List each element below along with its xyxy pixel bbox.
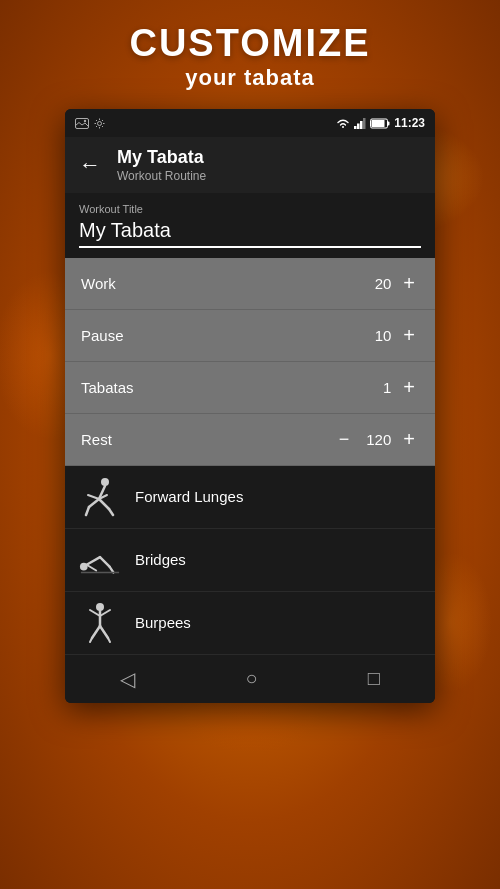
svg-line-22 xyxy=(87,564,97,570)
svg-line-29 xyxy=(90,638,92,642)
nav-back-button[interactable]: ◁ xyxy=(100,659,155,699)
exercise-icon-bridges xyxy=(79,539,121,581)
hero-title: CUSTOMIZE xyxy=(0,22,500,65)
setting-tabatas-label: Tabatas xyxy=(81,379,134,396)
hero-subtitle: your tabata xyxy=(0,65,500,91)
setting-pause-plus[interactable]: + xyxy=(399,324,419,347)
app-bar-subtitle: Workout Routine xyxy=(117,169,206,183)
exercise-icon-forward-lunges xyxy=(79,476,121,518)
status-left-icons xyxy=(75,118,105,129)
setting-rest-controls: − 120 + xyxy=(335,428,419,451)
svg-rect-8 xyxy=(372,120,385,127)
workout-title-input[interactable] xyxy=(79,219,421,248)
exercise-section: Forward Lunges xyxy=(65,466,435,655)
svg-rect-4 xyxy=(357,123,360,129)
svg-rect-3 xyxy=(354,126,357,129)
gear-icon xyxy=(94,118,105,129)
svg-line-31 xyxy=(108,638,110,642)
svg-line-16 xyxy=(88,495,99,499)
setting-row-pause: Pause 10 + xyxy=(65,310,435,362)
setting-rest-value: 120 xyxy=(361,431,391,448)
photo-icon xyxy=(75,118,89,129)
setting-row-rest: Rest − 120 + xyxy=(65,414,435,466)
back-button[interactable]: ← xyxy=(79,152,101,178)
svg-line-26 xyxy=(90,610,100,616)
svg-point-2 xyxy=(98,121,102,125)
settings-section: Work 20 + Pause 10 + Tabatas 1 + Rest − xyxy=(65,258,435,466)
setting-row-tabatas: Tabatas 1 + xyxy=(65,362,435,414)
svg-point-1 xyxy=(84,119,86,121)
setting-tabatas-value: 1 xyxy=(361,379,391,396)
wifi-icon xyxy=(336,118,350,129)
svg-line-21 xyxy=(110,566,114,572)
exercise-name-bridges: Bridges xyxy=(135,551,186,568)
setting-tabatas-controls: 1 + xyxy=(361,376,419,399)
app-bar-text: My Tabata Workout Routine xyxy=(117,147,206,183)
status-right: 11:23 xyxy=(336,116,425,130)
workout-title-section: Workout Title xyxy=(65,193,435,258)
setting-work-label: Work xyxy=(81,275,116,292)
svg-line-20 xyxy=(100,557,110,567)
burpees-figure xyxy=(82,602,118,644)
status-time: 11:23 xyxy=(394,116,425,130)
lunges-figure xyxy=(81,477,119,517)
exercise-row-forward-lunges[interactable]: Forward Lunges xyxy=(65,466,435,529)
app-bar: ← My Tabata Workout Routine xyxy=(65,137,435,193)
battery-icon xyxy=(370,118,390,129)
nav-bar: ◁ ○ □ xyxy=(65,655,435,703)
workout-title-label: Workout Title xyxy=(79,203,421,215)
svg-line-19 xyxy=(87,557,100,565)
setting-pause-value: 10 xyxy=(361,327,391,344)
setting-rest-label: Rest xyxy=(81,431,112,448)
nav-recent-button[interactable]: □ xyxy=(348,659,400,698)
setting-work-plus[interactable]: + xyxy=(399,272,419,295)
svg-line-30 xyxy=(100,626,108,638)
setting-work-value: 20 xyxy=(361,275,391,292)
setting-pause-label: Pause xyxy=(81,327,124,344)
svg-rect-6 xyxy=(363,118,366,129)
svg-rect-5 xyxy=(360,121,363,129)
setting-tabatas-plus[interactable]: + xyxy=(399,376,419,399)
exercise-name-forward-lunges: Forward Lunges xyxy=(135,488,243,505)
svg-line-27 xyxy=(100,610,110,616)
app-bar-title: My Tabata xyxy=(117,147,206,169)
hero-section: CUSTOMIZE your tabata xyxy=(0,0,500,109)
setting-pause-controls: 10 + xyxy=(361,324,419,347)
svg-line-14 xyxy=(99,499,109,509)
nav-home-button[interactable]: ○ xyxy=(225,659,277,698)
svg-line-13 xyxy=(86,507,89,515)
svg-line-15 xyxy=(109,509,113,515)
bridges-figure xyxy=(79,545,121,575)
exercise-row-bridges[interactable]: Bridges xyxy=(65,529,435,592)
exercise-row-burpees[interactable]: Burpees xyxy=(65,592,435,655)
signal-icon xyxy=(354,118,366,129)
setting-row-work: Work 20 + xyxy=(65,258,435,310)
status-bar: 11:23 xyxy=(65,109,435,137)
svg-rect-9 xyxy=(388,121,390,125)
setting-work-controls: 20 + xyxy=(361,272,419,295)
setting-rest-minus[interactable]: − xyxy=(335,429,354,450)
setting-rest-plus[interactable]: + xyxy=(399,428,419,451)
svg-line-28 xyxy=(92,626,100,638)
exercise-icon-burpees xyxy=(79,602,121,644)
svg-line-12 xyxy=(89,499,99,507)
exercise-name-burpees: Burpees xyxy=(135,614,191,631)
phone-frame: 11:23 ← My Tabata Workout Routine Workou… xyxy=(65,109,435,703)
